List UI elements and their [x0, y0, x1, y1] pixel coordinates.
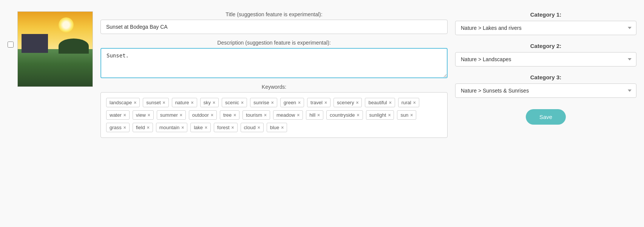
keyword-tag: travel × — [307, 98, 330, 107]
image-thumbnail — [17, 11, 93, 87]
save-area: Save — [455, 105, 636, 125]
ground-layer — [18, 49, 93, 86]
left-panel — [8, 11, 93, 87]
keyword-tag: forest × — [214, 123, 238, 132]
desc-label: Description (suggestion feature is exper… — [100, 40, 448, 46]
keyword-tag: landscape × — [106, 98, 140, 107]
keyword-remove-btn[interactable]: × — [271, 100, 274, 105]
keyword-remove-btn[interactable]: × — [148, 113, 150, 117]
keyword-tag: nature × — [172, 98, 197, 107]
title-group: Title (suggestion feature is experimenta… — [100, 11, 448, 34]
keyword-remove-btn[interactable]: × — [163, 100, 165, 105]
keyword-tag: mountain × — [156, 123, 188, 132]
keyword-tag: cloud × — [241, 123, 264, 132]
category1-label: Category 1: — [455, 11, 636, 18]
keyword-remove-btn[interactable]: × — [124, 125, 126, 130]
keyword-tag: sunlight × — [366, 110, 394, 120]
right-panel: Category 1: Nature > Lakes and riversNat… — [455, 11, 636, 125]
center-panel: Title (suggestion feature is experimenta… — [100, 11, 448, 138]
sun-layer — [59, 17, 74, 32]
keyword-tag: field × — [133, 123, 153, 132]
keyword-remove-btn[interactable]: × — [147, 125, 150, 130]
keyword-tag: view × — [133, 110, 154, 120]
category2-label: Category 2: — [455, 43, 636, 49]
checkbox-col — [8, 11, 14, 48]
keyword-tag: sun × — [397, 110, 416, 120]
main-container: Title (suggestion feature is experimenta… — [8, 11, 636, 138]
keyword-tag: green × — [280, 98, 304, 107]
keyword-remove-btn[interactable]: × — [410, 113, 413, 117]
keyword-tag: summer × — [157, 110, 186, 120]
keyword-tag: rural × — [398, 98, 419, 107]
desc-textarea[interactable]: Sunset. — [100, 48, 448, 78]
keyword-remove-btn[interactable]: × — [191, 100, 194, 105]
keyword-tag: tourism × — [242, 110, 270, 120]
keyword-tag: water × — [106, 110, 130, 120]
keyword-tag: sunset × — [143, 98, 168, 107]
keyword-remove-btn[interactable]: × — [356, 100, 358, 105]
keywords-box: landscape ×sunset ×nature ×sky ×scenic ×… — [100, 92, 448, 138]
keyword-tag: blue × — [267, 123, 287, 132]
keyword-remove-btn[interactable]: × — [357, 113, 360, 117]
keyword-remove-btn[interactable]: × — [232, 125, 234, 130]
title-label: Title (suggestion feature is experimenta… — [100, 11, 448, 17]
keyword-tag: beautiful × — [365, 98, 395, 107]
save-button[interactable]: Save — [526, 109, 566, 125]
keyword-tag: countryside × — [326, 110, 363, 120]
keyword-remove-btn[interactable]: × — [389, 100, 392, 105]
keyword-remove-btn[interactable]: × — [213, 100, 215, 105]
keyword-remove-btn[interactable]: × — [324, 100, 327, 105]
keyword-tag: outdoor × — [189, 110, 217, 120]
category3-group: Category 3: Nature > Sunsets & SunrisesN… — [455, 74, 636, 98]
desc-group: Description (suggestion feature is exper… — [100, 40, 448, 78]
keyword-tag: hill × — [306, 110, 323, 120]
category2-group: Category 2: Nature > LandscapesNature > … — [455, 43, 636, 66]
trees-layer — [59, 39, 89, 54]
keyword-tag: scenery × — [334, 98, 362, 107]
keywords-label: Keywords: — [100, 84, 448, 90]
keyword-tag: tree × — [220, 110, 239, 120]
category3-label: Category 3: — [455, 74, 636, 80]
keyword-remove-btn[interactable]: × — [211, 113, 213, 117]
keyword-remove-btn[interactable]: × — [298, 100, 301, 105]
keyword-tag: sunrise × — [250, 98, 277, 107]
keyword-remove-btn[interactable]: × — [124, 113, 126, 117]
keyword-remove-btn[interactable]: × — [388, 113, 391, 117]
keyword-remove-btn[interactable]: × — [264, 113, 267, 117]
keyword-remove-btn[interactable]: × — [297, 113, 300, 117]
category2-select[interactable]: Nature > LandscapesNature > Lakes and ri… — [455, 52, 636, 66]
keyword-remove-btn[interactable]: × — [241, 100, 244, 105]
title-input[interactable] — [100, 20, 448, 34]
keyword-tag: meadow × — [273, 110, 303, 120]
image-checkbox[interactable] — [8, 42, 14, 48]
keyword-remove-btn[interactable]: × — [233, 113, 236, 117]
keyword-remove-btn[interactable]: × — [205, 125, 207, 130]
keyword-tag: lake × — [190, 123, 211, 132]
keyword-tag: grass × — [106, 123, 130, 132]
keywords-group: Keywords: landscape ×sunset ×nature ×sky… — [100, 84, 448, 138]
category3-select[interactable]: Nature > Sunsets & SunrisesNature > Lake… — [455, 83, 636, 98]
keyword-remove-btn[interactable]: × — [258, 125, 260, 130]
keyword-remove-btn[interactable]: × — [134, 100, 136, 105]
category1-select[interactable]: Nature > Lakes and riversNature > Landsc… — [455, 21, 636, 35]
category1-group: Category 1: Nature > Lakes and riversNat… — [455, 11, 636, 35]
keyword-tag: sky × — [200, 98, 219, 107]
keyword-remove-btn[interactable]: × — [317, 113, 320, 117]
keyword-tag: scenic × — [222, 98, 247, 107]
keyword-remove-btn[interactable]: × — [180, 113, 182, 117]
building-layer — [22, 34, 48, 53]
keyword-remove-btn[interactable]: × — [181, 125, 184, 130]
keyword-remove-btn[interactable]: × — [281, 125, 284, 130]
keyword-remove-btn[interactable]: × — [413, 100, 416, 105]
